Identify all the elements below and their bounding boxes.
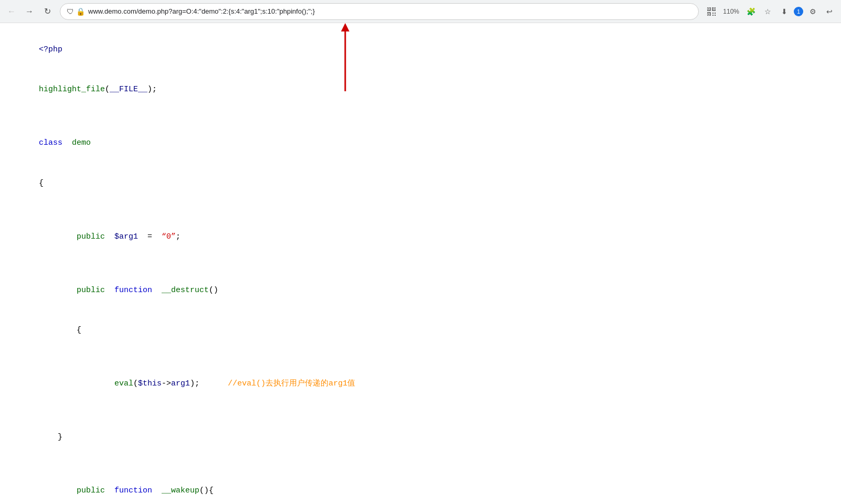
line-blank-3: [10, 257, 831, 271]
download-icon[interactable]: ⬇: [777, 4, 792, 19]
content-area: <?php highlight_file(__FILE__); class de…: [0, 23, 841, 504]
undo-icon[interactable]: ↩: [822, 4, 837, 19]
line-destruct-close: }: [10, 417, 831, 458]
line-class-def: class demo: [10, 123, 831, 164]
line-blank-2: [10, 203, 831, 217]
qr-icon[interactable]: [704, 4, 719, 19]
line-property: public $arg1 = “0”;: [10, 217, 831, 257]
svg-rect-7: [715, 13, 716, 14]
code-display: <?php highlight_file(__FILE__); class de…: [0, 23, 841, 504]
bookmark-icon[interactable]: ☆: [760, 4, 775, 19]
notification-badge[interactable]: 1: [794, 7, 803, 16]
line-destruct-open: {: [10, 310, 831, 351]
line-php-open: <?php: [10, 29, 831, 70]
extensions-icon[interactable]: 🧩: [743, 4, 758, 19]
svg-rect-8: [712, 15, 714, 16]
browser-chrome: ← → ↻ 🛡 🔒 www.demo.com/demo.php?arg=O:4:…: [0, 0, 841, 23]
toolbar-right: 110% 🧩 ☆ ⬇ 1 ⚙ ↩: [704, 4, 837, 19]
address-bar-container[interactable]: 🛡 🔒 www.demo.com/demo.php?arg=O:4:"demo"…: [60, 3, 699, 20]
line-highlight: highlight_file(__FILE__);: [10, 70, 831, 110]
address-bar-icons: 🛡 🔒: [67, 7, 85, 16]
line-destruct-def: public function __destruct(): [10, 270, 831, 310]
line-blank-6: [10, 457, 831, 471]
svg-rect-1: [708, 8, 709, 9]
line-class-open: {: [10, 163, 831, 203]
back-button[interactable]: ←: [4, 4, 19, 19]
zoom-level[interactable]: 110%: [721, 7, 741, 16]
svg-rect-9: [715, 15, 716, 16]
svg-rect-3: [714, 8, 715, 9]
forward-button[interactable]: →: [22, 4, 37, 19]
address-text: www.demo.com/demo.php?arg=O:4:"demo":2:{…: [88, 7, 692, 15]
svg-rect-5: [708, 14, 709, 15]
line-wakeup-def: public function __wakeup(){: [10, 471, 831, 505]
line-eval: eval($this->arg1); //eval()去执行用户传递的arg1值: [10, 364, 831, 404]
shield-icon: 🛡: [67, 7, 74, 16]
line-blank-1: [10, 110, 831, 123]
settings-icon[interactable]: ⚙: [805, 4, 820, 19]
reload-button[interactable]: ↻: [40, 4, 55, 19]
svg-rect-6: [712, 13, 714, 14]
line-blank-4: [10, 350, 831, 364]
info-icon: 🔒: [76, 7, 85, 16]
line-blank-5: [10, 404, 831, 417]
